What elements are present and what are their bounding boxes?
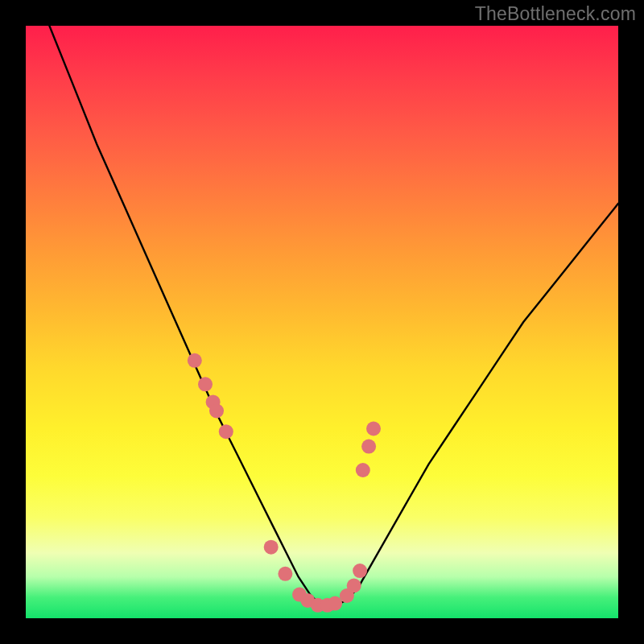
marker-dot (356, 463, 370, 477)
marker-dot (292, 588, 307, 602)
marker-dots (188, 353, 381, 613)
marker-dot (320, 598, 335, 613)
watermark-text: TheBottleneck.com (475, 3, 636, 25)
marker-dot (206, 394, 221, 409)
marker-dot (209, 403, 224, 418)
marker-dot (361, 440, 376, 454)
plot-area (26, 26, 618, 618)
chart-svg (26, 26, 618, 618)
marker-dot (219, 424, 233, 439)
marker-dot (353, 564, 367, 578)
marker-dot (188, 353, 202, 368)
chart-frame: TheBottleneck.com (0, 0, 644, 644)
marker-dot (278, 567, 292, 581)
marker-dot (311, 598, 325, 613)
marker-dot (328, 597, 342, 611)
marker-dot (264, 540, 279, 555)
marker-dot (347, 579, 361, 593)
bottleneck-curve (49, 26, 618, 606)
marker-dot (366, 422, 381, 436)
marker-dot (300, 593, 315, 608)
marker-dot (198, 377, 213, 391)
marker-dot (340, 588, 354, 603)
